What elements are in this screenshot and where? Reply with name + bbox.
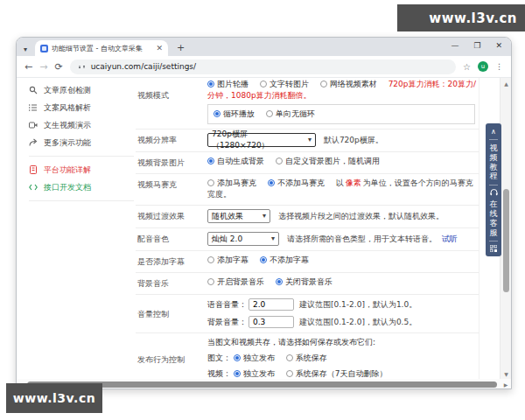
watermark-top-right: www.l3v.cn (397, 4, 525, 32)
radio-icon[interactable] (286, 370, 293, 377)
settings-form: 视频模式 图片轮播 文字转图片 网络视频素材 720p算力消耗：20算力/分钟，… (136, 78, 480, 389)
search-icon (29, 86, 38, 94)
radio-imagetext-independent[interactable]: 独立发布 (234, 354, 275, 362)
collapse-chevron-icon[interactable]: ∧ (491, 129, 496, 136)
document-icon (29, 165, 38, 174)
row-mosaic: 视频马赛克 添加马赛克 不添加马赛克 以像素为单位，设置各个方向的马赛克宽度。 (136, 174, 479, 206)
sidebar-divider (29, 156, 134, 157)
row-label: 是否添加字幕 (137, 255, 207, 268)
qr-code-icon[interactable] (490, 245, 497, 252)
bgm-volume-input[interactable] (248, 316, 294, 328)
page-content: 文章原创检测 文案风格解析 文生视频演示 (17, 78, 511, 389)
voice-volume-input[interactable] (248, 298, 294, 311)
avatar[interactable]: u (478, 61, 488, 72)
radio-icon[interactable] (286, 354, 293, 361)
radio-imagetext-system-save[interactable]: 系统保存 (286, 354, 327, 362)
sidebar-item-style-analysis[interactable]: 文案风格解析 (29, 99, 134, 116)
menu-kebab-icon[interactable]: ⋮ (495, 62, 503, 71)
sidebar-item-label: 文生视频演示 (44, 120, 91, 131)
scroll-right-icon[interactable]: ▶ (500, 379, 511, 389)
video-icon (29, 121, 38, 130)
row-video-mode: 视频模式 图片轮播 文字转图片 网络视频素材 720p算力消耗：20算力/分钟，… (136, 78, 479, 130)
radio-no-loop[interactable]: 单向无循环 (266, 109, 315, 118)
sidebar-item-originality-check[interactable]: 文章原创检测 (29, 81, 134, 99)
radio-icon[interactable] (266, 110, 273, 117)
radio-auto-background[interactable]: 自动生成背景 (207, 157, 264, 165)
tab-strip: ▾ 功能细节设置 - 自动文章采集 ✕ + — ❐ ✕ (17, 38, 511, 56)
back-icon[interactable]: ← (24, 62, 32, 72)
radio-text-to-image[interactable]: 文字转图片 (260, 80, 309, 88)
tab-close-icon[interactable]: ✕ (156, 45, 163, 52)
audition-link[interactable]: 试听 (442, 234, 458, 243)
radio-icon[interactable] (260, 80, 267, 88)
sidebar-item-api-docs[interactable]: 接口开发文档 (29, 178, 134, 196)
new-tab-button[interactable]: + (177, 43, 185, 52)
site-favicon-icon (40, 45, 48, 52)
row-label: 背景音乐 (137, 276, 207, 290)
bookmark-star-icon[interactable]: ☆ (463, 62, 471, 72)
resolution-hint: 默认720p横屏。 (324, 136, 383, 144)
radio-icon[interactable] (260, 256, 267, 263)
row-subtitle: 是否添加字幕 添加字幕 不添加字幕 (136, 251, 479, 273)
radio-icon[interactable] (207, 179, 214, 186)
reload-icon[interactable]: ⟳ (54, 62, 62, 72)
minimize-icon[interactable]: — (451, 41, 458, 50)
publish-imagetext-line: 图文： 独立发布 系统保存 (207, 353, 479, 364)
watermark-bottom-left: www.l3v.cn (6, 383, 102, 413)
vertical-scroll-thumb[interactable] (503, 189, 509, 292)
forward-icon[interactable]: → (39, 62, 47, 72)
radio-video-system-save[interactable]: 系统保存（7天自动删除） (286, 369, 388, 378)
radio-icon[interactable] (276, 278, 283, 285)
radio-icon[interactable] (214, 110, 220, 117)
url-text: ucaiyun.com/caiji/settings/ (91, 62, 196, 71)
radio-custom-background[interactable]: 自定义背景图片，随机调用 (276, 157, 380, 165)
radio-bgm-on[interactable]: 开启背景音乐 (207, 277, 264, 286)
radio-no-mosaic[interactable]: 不添加马赛克 (268, 178, 325, 187)
browser-tab[interactable]: 功能细节设置 - 自动文章采集 ✕ (35, 40, 168, 56)
sidebar-item-label: 文章原创检测 (44, 85, 91, 96)
sidebar-item-more-demos[interactable]: 更多演示功能 (29, 134, 134, 151)
radio-icon[interactable] (234, 354, 241, 361)
url-bar[interactable]: ucaiyun.com/caiji/settings/ (70, 60, 456, 74)
radio-icon[interactable] (207, 256, 214, 263)
scroll-down-icon[interactable]: ▼ (500, 368, 511, 379)
widget-divider (489, 241, 498, 242)
chevron-down-icon: ▾ (262, 211, 266, 221)
radio-carousel[interactable]: 图片轮播 (207, 80, 248, 88)
close-icon[interactable]: ✕ (495, 41, 502, 50)
radio-video-independent[interactable]: 独立发布 (234, 369, 275, 378)
widget-divider (489, 139, 498, 140)
video-tutorial-link[interactable]: 视频教程 (489, 144, 499, 181)
sidebar-divider (29, 200, 134, 201)
sidebar-item-platform-features[interactable]: 平台功能详解 (29, 161, 134, 178)
radio-icon[interactable] (207, 278, 214, 285)
scroll-up-icon[interactable]: ▲ (500, 78, 511, 88)
voice-select[interactable]: 灿灿 2.0▾ (207, 232, 279, 246)
radio-add-subtitle[interactable]: 添加字幕 (207, 256, 248, 264)
site-info-icon[interactable] (78, 63, 86, 71)
tab-search-icon[interactable]: ▾ (24, 46, 27, 53)
radio-web-video[interactable]: 网络视频素材 (320, 80, 377, 88)
resolution-select[interactable]: 720p横屏（1280×720）▾ (207, 133, 316, 147)
row-label: 视频背景图片 (137, 156, 207, 169)
radio-icon[interactable] (207, 158, 214, 164)
radio-loop-play[interactable]: 循环播放 (214, 109, 255, 118)
online-service-link[interactable]: 在线客服 (489, 200, 499, 237)
transition-select[interactable]: 随机效果▾ (207, 209, 270, 223)
radio-bgm-off[interactable]: 关闭背景音乐 (276, 277, 332, 286)
sidebar-item-label: 平台功能详解 (44, 164, 91, 176)
maximize-icon[interactable]: ❐ (473, 41, 480, 50)
radio-no-subtitle[interactable]: 不添加字幕 (260, 256, 309, 264)
row-label: 音量控制 (137, 298, 207, 328)
radio-icon[interactable] (207, 80, 214, 88)
sidebar-item-label: 接口开发文档 (44, 182, 91, 193)
sidebar-item-text-to-video-demo[interactable]: 文生视频演示 (29, 116, 134, 134)
bgm-volume-line: 背景音量：建议范围[0.1-2.0]，默认为0.5。 (207, 316, 479, 328)
radio-icon[interactable] (320, 80, 327, 88)
radio-icon[interactable] (268, 179, 275, 186)
sidebar: 文章原创检测 文案风格解析 文生视频演示 (29, 81, 134, 206)
radio-icon[interactable] (276, 158, 283, 164)
radio-add-mosaic[interactable]: 添加马赛克 (207, 178, 256, 187)
sidebar-item-label: 文案风格解析 (44, 102, 91, 114)
radio-icon[interactable] (234, 370, 241, 377)
